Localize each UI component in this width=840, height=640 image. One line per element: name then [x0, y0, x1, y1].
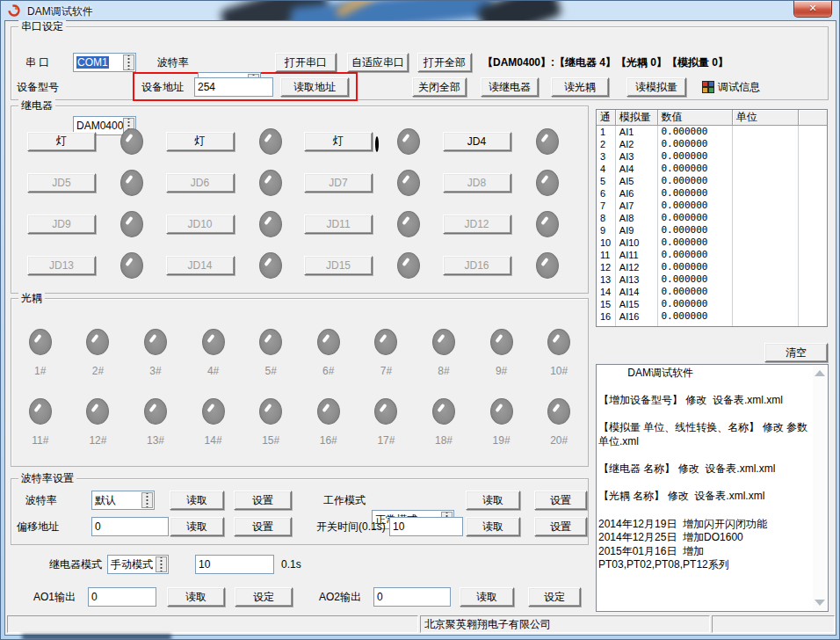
relay-cell: JD12	[443, 203, 582, 244]
scroll-down-icon[interactable]	[815, 600, 825, 606]
workmode-set-button[interactable]: 设置	[534, 491, 587, 510]
table-row[interactable]: 1 AI1 0.000000	[597, 126, 827, 138]
baud-read-button[interactable]: 读取	[170, 491, 224, 510]
table-row[interactable]: 14 AI14 0.000000	[597, 286, 827, 298]
ao1-read-button[interactable]: 读取	[167, 587, 225, 607]
relay-cell: JD11	[304, 203, 443, 244]
cell-unit	[733, 236, 799, 249]
read-address-button[interactable]: 读取地址	[280, 77, 349, 97]
relay-button[interactable]: JD9	[27, 215, 96, 234]
switch-set-button[interactable]: 设置	[534, 517, 587, 536]
opto-label: 20#	[550, 434, 568, 447]
relay-button[interactable]: JD5	[27, 173, 96, 193]
opto-cell: 17#	[358, 398, 416, 447]
table-row[interactable]: 16 AI16 0.000000	[597, 310, 827, 323]
opto-led-indicator	[202, 398, 225, 425]
read-relay-button[interactable]: 读继电器	[481, 77, 539, 97]
baud-default-combobox[interactable]: 默认	[91, 491, 155, 510]
table-row[interactable]: 11 AI11 0.000000	[597, 249, 827, 261]
ao2-label: AO2输出	[319, 587, 361, 607]
relay-button[interactable]: JD4	[443, 132, 511, 151]
ao2-set-button[interactable]: 设定	[528, 587, 581, 607]
table-row[interactable]: 15 AI15 0.000000	[597, 298, 827, 310]
cell-value: 0.000000	[658, 249, 733, 261]
combo-dropdown-icon[interactable]	[123, 55, 134, 70]
cell-value: 0.000000	[658, 224, 733, 236]
relay-button[interactable]: JD7	[304, 173, 373, 193]
relay-button[interactable]: JD10	[166, 215, 235, 234]
relay-button[interactable]: JD11	[304, 215, 373, 234]
table-row[interactable]: 2 AI2 0.000000	[597, 138, 827, 150]
ao1-input[interactable]	[88, 587, 156, 607]
relay-button[interactable]: JD16	[443, 256, 511, 275]
read-opto-button[interactable]: 读光耦	[551, 77, 609, 97]
cell-blank	[799, 249, 827, 261]
column-header-unit[interactable]: 单位	[733, 110, 799, 126]
column-header-blank[interactable]	[799, 110, 827, 126]
relay-mode-combobox[interactable]: 手动模式	[107, 555, 169, 574]
relay-button[interactable]: JD8	[443, 173, 511, 193]
table-row[interactable]: 3 AI3 0.000000	[597, 150, 827, 163]
ao2-read-button[interactable]: 读取	[460, 587, 514, 607]
offset-read-button[interactable]: 读取	[170, 517, 224, 536]
debug-info-toggle[interactable]: 调试信息	[702, 77, 760, 97]
cell-name: AI11	[616, 249, 658, 261]
column-header-name[interactable]: 模拟量	[616, 110, 658, 126]
cell-name: AI2	[616, 138, 658, 150]
table-row[interactable]: 10 AI10 0.000000	[597, 236, 827, 249]
switch-time-input[interactable]	[389, 517, 463, 536]
table-row[interactable]: 13 AI13 0.000000	[597, 273, 827, 286]
cell-channel: 3	[597, 150, 616, 163]
table-row[interactable]: 9 AI9 0.000000	[597, 224, 827, 236]
open-all-button[interactable]: 打开全部	[417, 53, 472, 72]
table-row[interactable]: 12 AI12 0.000000	[597, 261, 827, 273]
relay-button[interactable]: JD15	[304, 256, 373, 275]
table-row[interactable]: 4 AI4 0.000000	[597, 163, 827, 175]
offset-address-input[interactable]	[91, 517, 169, 536]
ao1-set-button[interactable]: 设定	[235, 587, 293, 607]
title-bar[interactable]: DAM调试软件 ✕	[1, 1, 839, 20]
column-header-channel[interactable]: 通	[597, 110, 616, 126]
close-button[interactable]: ✕	[793, 1, 832, 18]
workmode-label: 工作模式	[323, 491, 366, 510]
cell-channel: 7	[597, 200, 616, 212]
relay-button[interactable]: 灯	[27, 132, 96, 151]
relay-button[interactable]: JD13	[27, 256, 96, 275]
column-header-value[interactable]: 数值	[658, 110, 733, 126]
com-port-combobox[interactable]: COM1	[73, 53, 136, 72]
titlebar-background-blur	[476, 1, 562, 20]
relay-button[interactable]: JD14	[166, 256, 235, 275]
status-bar: 北京聚英翱翔电子有限公司	[5, 614, 836, 635]
relay-mode-time-input[interactable]	[195, 555, 274, 574]
read-analog-button[interactable]: 读模拟量	[626, 77, 686, 97]
relay-button[interactable]: 灯	[304, 132, 373, 151]
opto-led-indicator	[259, 398, 282, 425]
open-serial-button[interactable]: 打开串口	[275, 53, 337, 72]
workmode-read-button[interactable]: 读取	[466, 491, 520, 510]
table-row[interactable]: 7 AI7 0.000000	[597, 200, 827, 212]
table-row[interactable]: 6 AI6 0.000000	[597, 187, 827, 200]
opto-led-indicator	[317, 398, 340, 425]
table-row[interactable]: 8 AI8 0.000000	[597, 212, 827, 224]
combo-dropdown-icon[interactable]	[156, 556, 167, 572]
device-address-input[interactable]	[194, 77, 273, 97]
ao2-input[interactable]	[373, 587, 451, 607]
close-all-button[interactable]: 关闭全部	[412, 77, 467, 97]
auto-adapt-serial-button[interactable]: 自适应串口	[347, 53, 409, 72]
combo-dropdown-icon[interactable]	[141, 492, 153, 508]
scroll-up-icon[interactable]	[815, 370, 825, 376]
log-textarea[interactable]: DAM调试软件 【增加设备型号】 修改 设备表.xml.xml 【模拟量 单位、…	[596, 364, 829, 612]
log-scrollbar[interactable]	[813, 366, 827, 610]
offset-set-button[interactable]: 设置	[234, 517, 292, 536]
relay-button[interactable]: JD12	[443, 215, 511, 234]
cell-value: 0.000000	[658, 126, 733, 138]
window-title: DAM调试软件	[27, 4, 93, 19]
opto-label: 1#	[34, 365, 46, 377]
switch-read-button[interactable]: 读取	[466, 517, 520, 536]
table-row[interactable]: 5 AI5 0.000000	[597, 175, 827, 187]
clear-log-button[interactable]: 清空	[764, 343, 828, 362]
baud-set-button[interactable]: 设置	[234, 491, 292, 510]
cell-unit	[733, 138, 799, 150]
relay-button[interactable]: 灯	[166, 132, 235, 151]
relay-button[interactable]: JD6	[166, 173, 235, 193]
